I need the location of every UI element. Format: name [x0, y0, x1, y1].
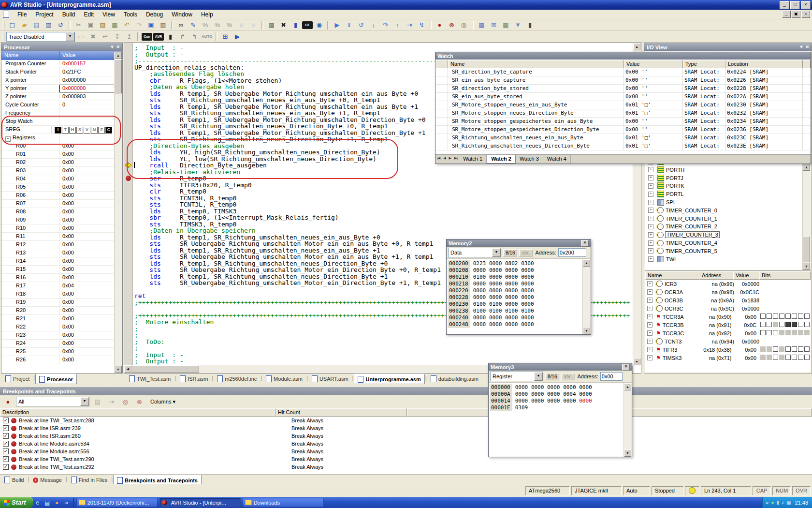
io-tree-item-timer_counter_4[interactable]: +TIMER_COUNTER_4	[648, 239, 717, 247]
branch-right-icon[interactable]: ↱	[177, 31, 188, 42]
start-button[interactable]: Start	[0, 497, 33, 508]
memory-row[interactable]: 00001E0309	[489, 404, 624, 411]
processor-row[interactable]: Stack Pointer0x21FC	[1, 68, 115, 76]
watch-row[interactable]: SR_Motore_stoppen_gespeichertes_ein_aus_…	[435, 118, 811, 126]
bit-box[interactable]	[760, 314, 766, 319]
processor-row-value[interactable]: 0x00	[59, 266, 115, 273]
processor-column-header[interactable]: Value	[59, 51, 122, 60]
file-tab-unterprogramme.asm[interactable]: Unterprogramme.asm	[354, 374, 424, 384]
taskbar-window-downloads[interactable]: Downloads	[243, 498, 324, 507]
processor-row[interactable]: R000x00	[1, 142, 115, 150]
processor-row[interactable]: R120x00	[1, 241, 115, 249]
tab-processor[interactable]: Processor	[35, 374, 77, 384]
breakpoints-column-hitcount[interactable]: Hit Count	[276, 408, 407, 417]
processor-row[interactable]: R090x00	[1, 216, 115, 224]
indent-icon[interactable]: ≡	[248, 20, 259, 30]
processor-row-value[interactable]: 0x000000	[59, 85, 115, 92]
bit-box[interactable]	[785, 322, 791, 327]
expander-icon[interactable]: +	[648, 256, 653, 262]
bit-box[interactable]	[760, 322, 766, 327]
taskbar-window-2013-11-09[interactable]: 2013-11-09 (Deckenrohr...	[76, 498, 158, 507]
desktop-icon[interactable]: ▤	[43, 498, 52, 507]
processor-row[interactable]: R020x00	[1, 159, 115, 167]
processor-row[interactable]: R250x00	[1, 348, 115, 356]
toggle-breakpoint-icon[interactable]: ●	[434, 20, 445, 30]
con-badge-icon[interactable]: Con	[142, 33, 152, 41]
scroll-down-button[interactable]: ▼	[583, 327, 590, 334]
processor-row-value[interactable]	[59, 109, 115, 117]
taskbar-window-avr[interactable]: AVR Studio - [Unterpr...	[160, 498, 241, 507]
bit-box[interactable]	[785, 330, 791, 335]
io-column-header[interactable]: Address	[699, 271, 733, 280]
breakpoint-checkbox[interactable]: ✓	[3, 433, 9, 439]
processor-row[interactable]: R180x00	[1, 290, 115, 299]
quickwatch-red-icon[interactable]: ◎	[120, 396, 131, 407]
hscroll-thumb[interactable]	[131, 365, 199, 373]
processor-row[interactable]: R010x00	[1, 150, 115, 159]
watch-row[interactable]: SR_ein_aus_byte_capture0x00 ''SRAM Locat…	[435, 76, 811, 85]
bit-box[interactable]	[792, 322, 797, 327]
memory-row[interactable]: 0000140000 0000 0000 0000 0000	[489, 398, 624, 404]
usb-icon[interactable]: ▮	[777, 500, 780, 505]
processor-row[interactable]: R130x00	[1, 249, 115, 257]
io-tree-item-spi[interactable]: +SPI	[648, 198, 675, 206]
memory-row[interactable]: 0002280000 0000 0000 0000	[447, 294, 583, 301]
antivirus-icon[interactable]: ●	[771, 500, 774, 505]
memory2-abc-button[interactable]: abc.	[519, 249, 533, 256]
filter-view-icon[interactable]: ▼	[512, 20, 523, 30]
expander-icon[interactable]: +	[648, 224, 653, 229]
expander-icon[interactable]: −	[5, 136, 11, 142]
processor-row-value[interactable]: 0x00	[59, 315, 115, 323]
tab-watch-2[interactable]: Watch 2	[487, 155, 516, 164]
bit-box[interactable]	[773, 314, 778, 319]
chevron-down-icon[interactable]: ▼	[80, 397, 89, 406]
processor-row[interactable]: −Registers	[1, 134, 115, 142]
memory-row[interactable]: 0002400000 0000 0000 0000	[447, 314, 583, 321]
memory3-816-button[interactable]: 8/16	[545, 373, 559, 380]
processor-row[interactable]: Stop Watch	[1, 118, 115, 126]
trace-delete-icon[interactable]: ✖	[87, 31, 99, 42]
scroll-down-button[interactable]: ▼	[803, 263, 810, 270]
scroll-up-button[interactable]: ▲	[633, 43, 640, 50]
expander-icon[interactable]: +	[647, 355, 652, 360]
auto-label-icon[interactable]: AUTO	[201, 31, 213, 42]
io-register-row[interactable]: +OCR3Bna (0x9A)0x1838	[647, 296, 810, 304]
expander-icon[interactable]: +	[648, 208, 653, 213]
bit-box[interactable]	[773, 346, 778, 352]
memory-row[interactable]: 0002200000 0000 0000 0000	[447, 287, 583, 294]
bit-box[interactable]	[773, 330, 778, 335]
bit-box[interactable]	[804, 314, 810, 319]
io-tree-item-timer_counter_2[interactable]: +TIMER_COUNTER_2	[648, 223, 717, 230]
bit-box[interactable]	[773, 322, 778, 327]
bit-box[interactable]	[792, 330, 797, 335]
memory-row[interactable]: 0002180000 0000 0000 0000	[447, 281, 583, 287]
bit-box[interactable]	[767, 330, 772, 335]
sreg-flag-T[interactable]: T	[62, 127, 69, 134]
sreg-flag-I[interactable]: I	[55, 127, 61, 134]
processor-row-value[interactable]: 0x00	[59, 340, 115, 347]
expander-icon[interactable]: +	[647, 314, 652, 319]
trace-show-icon[interactable]: %	[200, 20, 211, 30]
chip-small-icon[interactable]: ▮	[524, 20, 536, 30]
editor-gutter[interactable]	[124, 43, 133, 365]
table-view-icon[interactable]: ▦	[500, 20, 511, 30]
processor-row[interactable]: R150x00	[1, 266, 115, 274]
bit-box[interactable]	[798, 346, 803, 352]
breakpoint-checkbox[interactable]: ✓	[3, 456, 9, 462]
outdent-icon[interactable]: ≡	[236, 20, 247, 30]
close-icon[interactable]: ✕	[805, 45, 809, 49]
browser-ball-icon[interactable]: ●	[53, 498, 61, 507]
file-tab-databuilding.asm[interactable]: databuilding.asm	[427, 374, 482, 384]
volume-icon[interactable]: ♪	[782, 500, 784, 505]
message-view-icon[interactable]: ✉	[488, 20, 499, 30]
watch-row[interactable]: SR_Richtung_umschalten_neues_ein_aus_Byt…	[435, 134, 811, 142]
reset-icon[interactable]: ↺	[356, 20, 367, 30]
menu-tools[interactable]: Tools	[119, 10, 142, 19]
bit-box[interactable]	[779, 346, 784, 352]
mdi-minimize-button[interactable]: _	[782, 11, 791, 18]
menu-debug[interactable]: Debug	[142, 10, 167, 19]
pause-icon[interactable]: ‖	[344, 20, 355, 30]
scroll-left-button[interactable]: ◀	[124, 365, 131, 373]
bit-box[interactable]	[804, 330, 810, 335]
bit-box[interactable]	[785, 314, 791, 319]
